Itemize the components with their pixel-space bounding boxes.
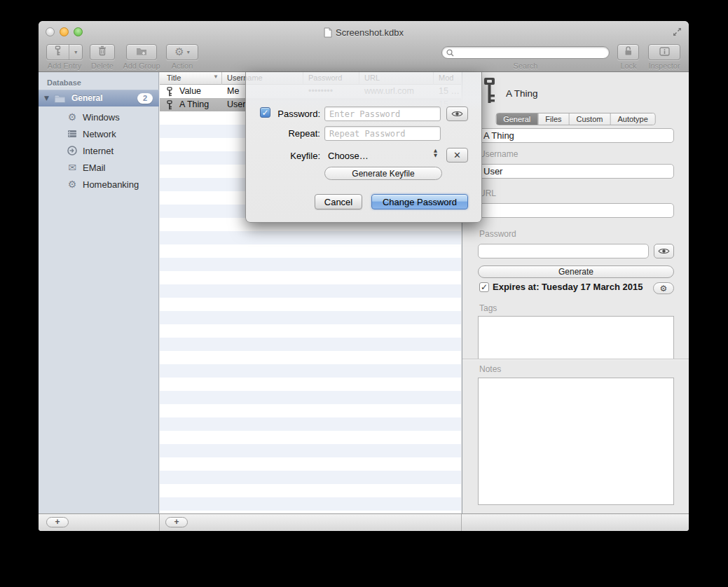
dialog-password-label: Password: [271, 109, 320, 119]
username-label: Username [479, 149, 518, 159]
chevron-down-icon[interactable]: ▾ [69, 49, 82, 55]
add-entry-footer-button[interactable]: + [165, 517, 188, 527]
password-label: Password [479, 229, 516, 239]
fullscreen-icon[interactable] [672, 27, 682, 37]
enter-password-input[interactable] [324, 106, 441, 121]
window-header: Screenshot.kdbx ▾ Add Entry Delete [39, 21, 689, 72]
add-group-button[interactable] [126, 44, 157, 60]
expires-checkbox[interactable]: ✓ [479, 282, 489, 292]
minimize-button[interactable] [60, 27, 69, 36]
gear-icon: ⚙ [67, 179, 78, 190]
reveal-password-button[interactable] [446, 106, 468, 121]
password-field[interactable] [478, 244, 649, 258]
search-field[interactable] [441, 46, 610, 59]
sort-indicator-icon: ▼ [213, 74, 219, 80]
document-proxy-icon [324, 27, 332, 38]
sidebar-section-header: Database [47, 78, 81, 87]
sidebar-item-homebanking[interactable]: ⚙ Homebanking [39, 176, 159, 193]
app-window: Screenshot.kdbx ▾ Add Entry Delete [39, 21, 689, 531]
lock-button[interactable] [617, 44, 639, 60]
notes-input[interactable] [478, 378, 674, 505]
gear-icon: ⚙ [67, 111, 78, 123]
tab-files[interactable]: Files [537, 113, 568, 125]
inspector-label: Inspector [645, 62, 683, 70]
folder-icon [54, 94, 66, 103]
tab-autotype[interactable]: Autotype [610, 113, 654, 125]
generate-keyfile-button[interactable]: Generate Keyfile [324, 167, 442, 180]
titlebar: Screenshot.kdbx [324, 27, 404, 38]
search-input[interactable] [454, 48, 601, 57]
keyfile-popup[interactable]: Choose… [328, 151, 369, 161]
envelope-icon: ✉ [67, 162, 78, 173]
change-password-dialog: ✓ Password: Repeat: Keyfile: Choose… ▲ ▼… [245, 72, 482, 223]
globe-icon [67, 146, 78, 156]
add-entry-button[interactable]: ▾ [46, 44, 83, 60]
sidebar-item-network[interactable]: Network [39, 125, 159, 142]
password-enabled-checkbox[interactable]: ✓ [260, 107, 270, 118]
add-entry-label: Add Entry [46, 62, 83, 70]
gear-icon: ⚙ [660, 284, 668, 293]
sidebar-item-label: Internet [83, 146, 114, 156]
stepper-down-icon[interactable]: ▼ [434, 153, 437, 158]
info-icon [659, 46, 670, 59]
url-field[interactable] [478, 203, 674, 218]
action-label: Action [166, 62, 198, 70]
username-field[interactable] [478, 164, 674, 179]
cell-title: A Thing [179, 99, 209, 109]
action-button[interactable]: ⚙ ▾ [166, 44, 198, 60]
section-divider [462, 359, 689, 359]
disclosure-triangle-icon[interactable]: ▼ [44, 95, 49, 102]
title-field[interactable] [478, 128, 674, 143]
sidebar-item-internet[interactable]: Internet [39, 142, 159, 159]
repeat-password-input[interactable] [324, 126, 441, 141]
server-icon [67, 130, 78, 138]
cell-title: Value [179, 86, 201, 96]
inspector-entry-title: A Thing [506, 88, 538, 99]
change-password-label: Change Password [383, 197, 457, 207]
generate-password-button[interactable]: Generate [478, 265, 674, 278]
expires-row: ✓ Expires at: Tuesday 17 March 2015 [479, 282, 643, 292]
inspector-tabs: General Files Custom Autotype [495, 113, 656, 125]
cell-username: User [227, 99, 245, 109]
sidebar: Database ▼ General 2 ⚙ Windows Network I… [39, 72, 159, 513]
expires-options-button[interactable]: ⚙ [653, 282, 674, 294]
change-password-button[interactable]: Change Password [371, 194, 468, 209]
unlock-icon [624, 46, 633, 59]
inspector-button[interactable] [648, 44, 680, 60]
chevron-down-icon: ▾ [187, 49, 190, 55]
column-divider[interactable] [221, 72, 222, 85]
eye-icon [658, 247, 670, 255]
sidebar-item-email[interactable]: ✉ EMail [39, 159, 159, 176]
stepper-icon[interactable]: ▲ ▼ [434, 149, 437, 158]
clear-keyfile-button[interactable]: ✕ [446, 148, 468, 163]
close-button[interactable] [46, 27, 55, 36]
inspector-panel: A Thing General Files Custom Autotype Us… [462, 72, 689, 513]
generate-label: Generate [558, 267, 593, 277]
search-label: Search [441, 62, 610, 70]
show-password-button[interactable] [654, 244, 674, 258]
key-icon-large [481, 76, 498, 107]
delete-button[interactable] [90, 44, 115, 60]
sidebar-item-windows[interactable]: ⚙ Windows [39, 109, 159, 125]
close-icon: ✕ [453, 150, 461, 160]
generate-keyfile-label: Generate Keyfile [352, 169, 414, 179]
search-icon [446, 49, 454, 57]
add-group-footer-button[interactable]: + [46, 517, 69, 527]
cancel-button[interactable]: Cancel [315, 194, 362, 209]
sidebar-item-label: Windows [83, 112, 120, 123]
zoom-button[interactable] [74, 27, 83, 36]
folder-plus-icon [136, 46, 147, 59]
eye-icon [451, 110, 463, 118]
cancel-label: Cancel [324, 197, 352, 207]
column-header-title[interactable]: Title [167, 74, 181, 82]
tab-general[interactable]: General [496, 113, 537, 125]
sidebar-group-general[interactable]: ▼ General 2 [39, 90, 159, 106]
sidebar-item-label: EMail [83, 163, 106, 173]
tags-label: Tags [479, 303, 497, 313]
footer-bar: + + [39, 513, 689, 531]
cell-username: Me [227, 86, 239, 96]
tab-custom[interactable]: Custom [569, 113, 610, 125]
trash-icon [98, 46, 107, 59]
tags-input[interactable] [478, 316, 674, 359]
dialog-keyfile-label: Keyfile: [271, 151, 320, 161]
